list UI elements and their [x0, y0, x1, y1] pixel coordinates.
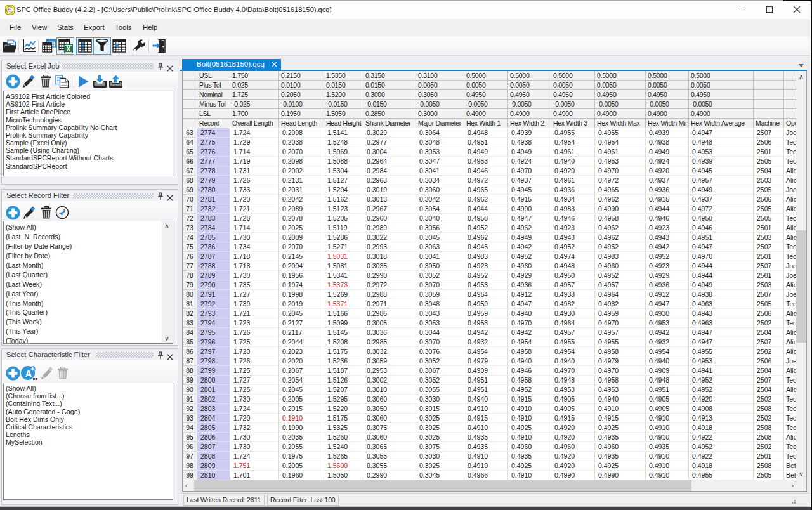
svg-text:X: X — [67, 46, 71, 53]
